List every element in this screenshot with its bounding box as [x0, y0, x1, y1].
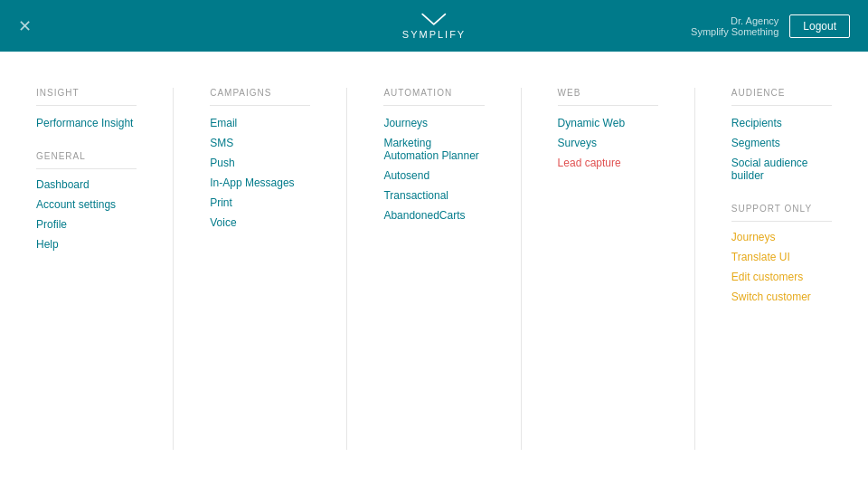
nav-link-profile[interactable]: Profile: [36, 218, 137, 231]
nav-link-marketing-automation-planner[interactable]: Marketing Automation Planner: [383, 137, 484, 162]
nav-link-recipients[interactable]: Recipients: [731, 117, 832, 129]
logo-text: SYMPLIFY: [402, 29, 466, 40]
nav-link-sms[interactable]: SMS: [210, 137, 310, 149]
col-header-audience: AUDIENCE: [731, 88, 832, 106]
nav-link-help[interactable]: Help: [36, 238, 137, 251]
nav-panel: INSIGHTPerformance InsightGENERALDashboa…: [0, 52, 868, 486]
nav-link-abandonedcarts[interactable]: AbandonedCarts: [383, 209, 484, 222]
nav-link-print[interactable]: Print: [210, 196, 310, 209]
header: ✕ SYMPLIFY Dr. Agency Symplify Something…: [0, 0, 868, 52]
nav-link-journeys[interactable]: Journeys: [383, 117, 484, 129]
user-name: Dr. Agency: [691, 15, 778, 26]
col-web: WEBDynamic WebSurveysLead capture: [522, 88, 695, 450]
nav-link-journeys[interactable]: Journeys: [731, 231, 832, 243]
nav-link-in-app-messages[interactable]: In-App Messages: [210, 176, 310, 189]
nav-link-voice[interactable]: Voice: [210, 216, 310, 229]
nav-link-surveys[interactable]: Surveys: [558, 137, 658, 149]
nav-link-segments[interactable]: Segments: [731, 137, 832, 149]
nav-link-social-audience-builder[interactable]: Social audience builder: [731, 157, 832, 182]
section-label-1: SUPPORT ONLY: [731, 204, 832, 222]
nav-link-push[interactable]: Push: [210, 157, 310, 169]
close-icon[interactable]: ✕: [18, 16, 32, 36]
section-label-1: GENERAL: [36, 151, 137, 169]
nav-link-dashboard[interactable]: Dashboard: [36, 178, 137, 191]
nav-link-account-settings[interactable]: Account settings: [36, 198, 137, 211]
logout-button[interactable]: Logout: [789, 14, 850, 38]
col-audience: AUDIENCERecipientsSegmentsSocial audienc…: [695, 88, 868, 450]
col-header-insight: INSIGHT: [36, 88, 137, 106]
col-header-campaigns: CAMPAIGNS: [210, 88, 310, 106]
nav-link-email[interactable]: Email: [210, 117, 310, 129]
col-campaigns: CAMPAIGNSEmailSMSPushIn-App MessagesPrin…: [174, 88, 347, 450]
logo-icon: [421, 13, 447, 27]
logo: SYMPLIFY: [402, 13, 466, 40]
nav-link-lead-capture[interactable]: Lead capture: [558, 157, 658, 169]
header-right: Dr. Agency Symplify Something Logout: [691, 14, 850, 38]
nav-link-edit-customers[interactable]: Edit customers: [731, 271, 832, 283]
col-automation: AUTOMATIONJourneysMarketing Automation P…: [347, 88, 521, 450]
nav-link-transactional[interactable]: Transactional: [383, 189, 484, 202]
user-company: Symplify Something: [691, 26, 778, 37]
col-header-web: WEB: [558, 88, 658, 106]
nav-link-performance-insight[interactable]: Performance Insight: [36, 117, 137, 129]
user-info: Dr. Agency Symplify Something: [691, 15, 778, 37]
nav-link-switch-customer[interactable]: Switch customer: [731, 291, 832, 303]
nav-link-autosend[interactable]: Autosend: [383, 169, 484, 182]
nav-link-translate-ui[interactable]: Translate UI: [731, 251, 832, 263]
nav-link-dynamic-web[interactable]: Dynamic Web: [558, 117, 658, 129]
col-insight: INSIGHTPerformance InsightGENERALDashboa…: [0, 88, 174, 450]
col-header-automation: AUTOMATION: [383, 88, 484, 106]
